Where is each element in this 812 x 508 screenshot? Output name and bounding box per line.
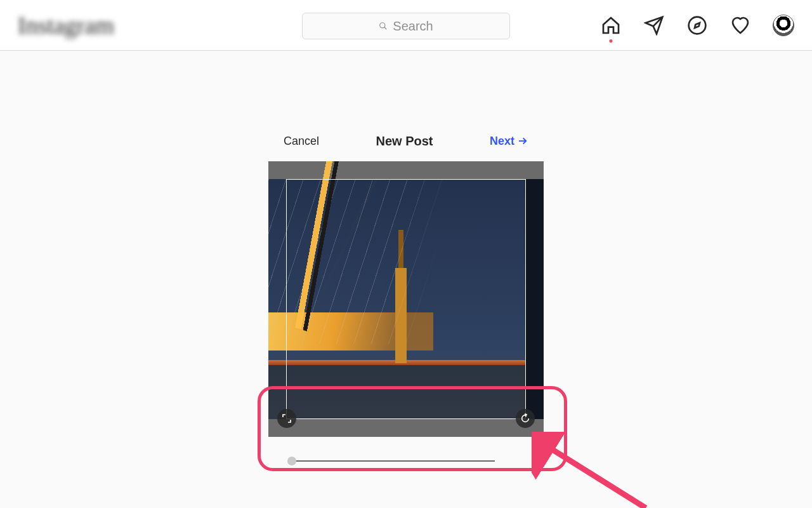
rotate-button[interactable]: [516, 409, 535, 428]
send-icon: [644, 15, 664, 36]
next-label: Next: [490, 135, 514, 148]
cancel-button[interactable]: Cancel: [284, 135, 319, 148]
heart-icon: [730, 15, 750, 36]
svg-line-7: [544, 444, 646, 508]
expand-crop-button[interactable]: [277, 409, 296, 428]
nav-icons: [600, 15, 794, 36]
svg-line-1: [384, 27, 387, 30]
messages-button[interactable]: [643, 15, 665, 36]
annotation-arrow: [532, 432, 658, 508]
expand-icon: [282, 413, 292, 424]
arrow-right-icon: [517, 135, 528, 147]
search-input[interactable]: Search: [302, 13, 510, 39]
home-icon: [601, 15, 621, 36]
search-icon: [379, 22, 388, 30]
activity-button[interactable]: [730, 15, 751, 36]
notification-dot: [610, 39, 613, 43]
crop-area[interactable]: [268, 161, 544, 437]
zoom-thumb[interactable]: [287, 457, 296, 465]
new-post-header: Cancel New Post Next: [268, 127, 544, 155]
svg-point-3: [689, 17, 706, 34]
zoom-slider[interactable]: [285, 448, 527, 474]
profile-avatar[interactable]: [773, 15, 794, 36]
svg-point-0: [380, 23, 385, 28]
explore-button[interactable]: [686, 15, 708, 36]
post-photo[interactable]: [268, 179, 544, 419]
app-logo[interactable]: Instagram: [18, 11, 119, 39]
app-header: Instagram Search: [0, 0, 812, 51]
search-placeholder: Search: [393, 19, 433, 34]
new-post-panel: Cancel New Post Next: [268, 127, 544, 474]
photo-overflow: [526, 179, 544, 419]
new-post-title: New Post: [376, 134, 433, 149]
rotate-icon: [520, 413, 530, 424]
home-button[interactable]: [600, 15, 622, 36]
compass-icon: [687, 15, 707, 36]
zoom-track[interactable]: [292, 460, 495, 462]
svg-marker-4: [695, 23, 700, 28]
next-button[interactable]: Next: [490, 135, 528, 148]
